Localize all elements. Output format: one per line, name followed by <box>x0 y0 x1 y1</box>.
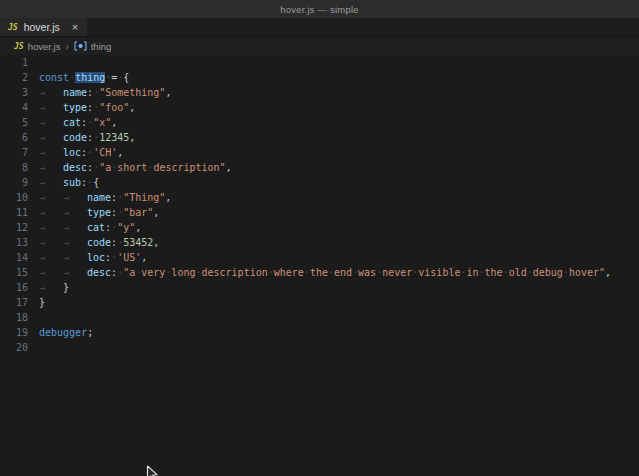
tab-whitespace-icon: → <box>39 250 63 265</box>
code-text <box>28 340 39 355</box>
code-line[interactable]: 11→→type:·"bar", <box>0 205 639 220</box>
tab-whitespace-icon: → <box>39 190 63 205</box>
tab-whitespace-icon: → <box>63 190 87 205</box>
title-bar: hover.js — simple <box>0 0 639 18</box>
breadcrumb: JS hover.js › thing <box>0 37 639 55</box>
code-line[interactable]: 9→sub:·{ <box>0 175 639 190</box>
tab-whitespace-icon: → <box>39 160 63 175</box>
code-text: debugger; <box>28 325 93 340</box>
tab-whitespace-icon: → <box>39 205 63 220</box>
window-title: hover.js — simple <box>280 4 358 15</box>
code-line[interactable]: 12→→cat:·"y", <box>0 220 639 235</box>
code-text: →→name:·"Thing", <box>28 190 171 205</box>
editor[interactable]: 12const·thing·=·{3→name:·"Something",4→t… <box>0 55 639 476</box>
chevron-right-icon: › <box>65 41 68 52</box>
code-line[interactable]: 14→→loc:·'US', <box>0 250 639 265</box>
line-number[interactable]: 14 <box>0 250 28 265</box>
tab-whitespace-icon: → <box>63 205 87 220</box>
tab-bar: JS hover.js × <box>0 18 639 37</box>
code-text: →→desc:·"a·very·long·description·where·t… <box>28 265 611 280</box>
tab-whitespace-icon: → <box>39 115 63 130</box>
code-text: →loc:·'CH', <box>28 145 123 160</box>
code-line[interactable]: 3→name:·"Something", <box>0 85 639 100</box>
breadcrumb-symbol[interactable]: thing <box>74 41 112 52</box>
code-line[interactable]: 6→code:·12345, <box>0 130 639 145</box>
code-line[interactable]: 20 <box>0 340 639 355</box>
tab-whitespace-icon: → <box>39 235 63 250</box>
code-text: →name:·"Something", <box>28 85 171 100</box>
code-line[interactable]: 4→type:·"foo", <box>0 100 639 115</box>
code-line[interactable]: 13→→code:·53452, <box>0 235 639 250</box>
code-text: →type:·"foo", <box>28 100 135 115</box>
javascript-file-icon: JS <box>8 23 18 32</box>
line-number[interactable]: 1 <box>0 55 28 70</box>
line-number[interactable]: 12 <box>0 220 28 235</box>
tab-whitespace-icon: → <box>39 220 63 235</box>
code-text <box>28 55 39 70</box>
line-number[interactable]: 17 <box>0 295 28 310</box>
code-text: →code:·12345, <box>28 130 135 145</box>
code-text: →→loc:·'US', <box>28 250 147 265</box>
line-number[interactable]: 11 <box>0 205 28 220</box>
breadcrumb-file[interactable]: JS hover.js <box>14 41 60 52</box>
line-number[interactable]: 15 <box>0 265 28 280</box>
line-number[interactable]: 20 <box>0 340 28 355</box>
line-number[interactable]: 4 <box>0 100 28 115</box>
line-number[interactable]: 16 <box>0 280 28 295</box>
code-text: const·thing·=·{ <box>28 70 129 85</box>
code-text: →sub:·{ <box>28 175 99 190</box>
code-text: →cat:·"x", <box>28 115 117 130</box>
line-number[interactable]: 7 <box>0 145 28 160</box>
code-text: →} <box>28 280 69 295</box>
tab-whitespace-icon: → <box>63 265 87 280</box>
tab-whitespace-icon: → <box>63 250 87 265</box>
tab-whitespace-icon: → <box>39 265 63 280</box>
mouse-cursor-icon <box>146 465 159 476</box>
symbol-variable-icon <box>74 41 87 51</box>
line-number[interactable]: 5 <box>0 115 28 130</box>
line-number[interactable]: 18 <box>0 310 28 325</box>
breadcrumb-symbol-label: thing <box>91 41 112 52</box>
tab-whitespace-icon: → <box>39 130 63 145</box>
code-line[interactable]: 7→loc:·'CH', <box>0 145 639 160</box>
line-number[interactable]: 6 <box>0 130 28 145</box>
tab-whitespace-icon: → <box>39 145 63 160</box>
code-text: →desc:·"a·short·description", <box>28 160 232 175</box>
code-line[interactable]: 17} <box>0 295 639 310</box>
code-text <box>28 310 39 325</box>
vscode-window: hover.js — simple JS hover.js × JS hover… <box>0 0 639 476</box>
breadcrumb-file-label: hover.js <box>28 41 61 52</box>
code-line[interactable]: 18 <box>0 310 639 325</box>
code-text: →→type:·"bar", <box>28 205 159 220</box>
code-text: } <box>28 295 45 310</box>
code-text: →→code:·53452, <box>28 235 159 250</box>
line-number[interactable]: 8 <box>0 160 28 175</box>
editor-lines: 12const·thing·=·{3→name:·"Something",4→t… <box>0 55 639 355</box>
tab-whitespace-icon: → <box>39 280 63 295</box>
code-text: →→cat:·"y", <box>28 220 141 235</box>
line-number[interactable]: 10 <box>0 190 28 205</box>
line-number[interactable]: 9 <box>0 175 28 190</box>
tab-hover-js[interactable]: JS hover.js × <box>0 18 87 36</box>
line-number[interactable]: 2 <box>0 70 28 85</box>
tab-whitespace-icon: → <box>63 220 87 235</box>
close-icon[interactable]: × <box>72 22 78 33</box>
code-line[interactable]: 8→desc:·"a·short·description", <box>0 160 639 175</box>
code-line[interactable]: 1 <box>0 55 639 70</box>
tab-whitespace-icon: → <box>63 235 87 250</box>
javascript-file-icon: JS <box>14 42 24 51</box>
code-line[interactable]: 16→} <box>0 280 639 295</box>
code-line[interactable]: 15→→desc:·"a·very·long·description·where… <box>0 265 639 280</box>
code-line[interactable]: 10→→name:·"Thing", <box>0 190 639 205</box>
tab-whitespace-icon: → <box>39 85 63 100</box>
code-line[interactable]: 5→cat:·"x", <box>0 115 639 130</box>
line-number[interactable]: 19 <box>0 325 28 340</box>
line-number[interactable]: 13 <box>0 235 28 250</box>
tab-whitespace-icon: → <box>39 100 63 115</box>
code-line[interactable]: 19debugger; <box>0 325 639 340</box>
tab-label: hover.js <box>24 21 60 33</box>
line-number[interactable]: 3 <box>0 85 28 100</box>
code-line[interactable]: 2const·thing·=·{ <box>0 70 639 85</box>
tab-whitespace-icon: → <box>39 175 63 190</box>
